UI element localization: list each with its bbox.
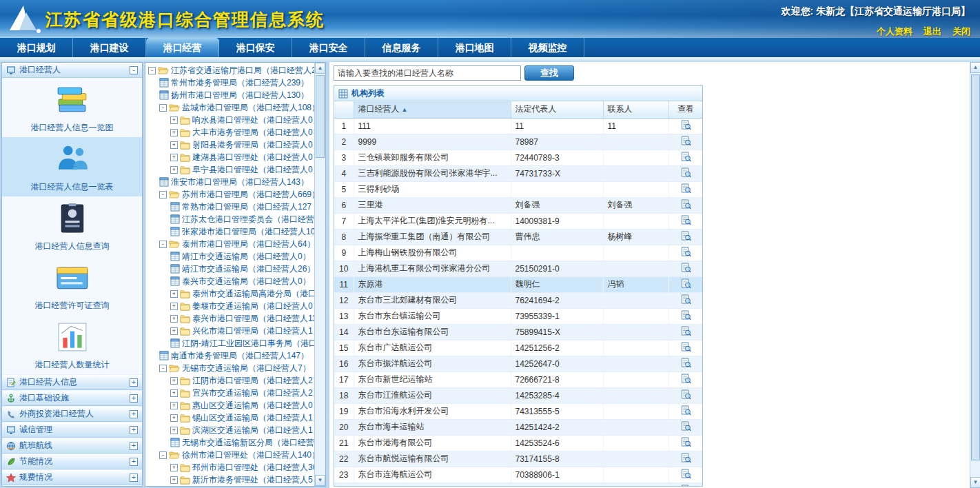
tree-item[interactable]: +惠山区交通运输局（港口经营人0） bbox=[147, 399, 314, 411]
table-row[interactable]: 19东台市沿海水利开发公司74313555-5 bbox=[334, 403, 703, 419]
nav-tab[interactable]: 港口建设 bbox=[73, 38, 146, 57]
view-icon[interactable] bbox=[681, 231, 691, 241]
tree-expand-expander[interactable]: + bbox=[170, 427, 178, 434]
tree-expand-expander[interactable]: + bbox=[170, 290, 178, 298]
view-icon[interactable] bbox=[681, 278, 691, 289]
tree-item[interactable]: -江苏省交通运输厅港口局（港口经营人200 bbox=[147, 64, 314, 77]
nav-tab[interactable]: 信息服务 bbox=[365, 38, 438, 57]
tree-expand-expander[interactable]: + bbox=[170, 141, 178, 149]
tree-expand-expander[interactable]: + bbox=[170, 129, 178, 136]
tree-item[interactable]: +射阳县港务管理局（港口经营人0） bbox=[147, 139, 314, 151]
scroll-down-button[interactable]: ▼ bbox=[970, 477, 980, 488]
sidebar-accordion-header[interactable]: 节能情况+ bbox=[2, 454, 142, 469]
table-row[interactable]: 17东台市新世纪运输站72666721-8 bbox=[334, 372, 703, 387]
table-row[interactable]: 20东台市海丰运输站14251424-2 bbox=[334, 419, 703, 435]
tree-expand-expander[interactable]: + bbox=[170, 476, 178, 484]
sidebar-item[interactable]: 港口经营人信息一览图 bbox=[2, 78, 142, 137]
tree-item[interactable]: +宜兴市交通运输局（港口经营人2） bbox=[147, 387, 314, 399]
sidebar-item[interactable]: 港口经营许可证查询 bbox=[2, 256, 142, 315]
tree-expand-expander[interactable]: + bbox=[170, 327, 178, 335]
scroll-up-button[interactable]: ▲ bbox=[315, 63, 325, 74]
tree-item[interactable]: -泰州市港口管理局（港口经营人64） bbox=[147, 238, 314, 250]
search-button[interactable]: 查找 bbox=[524, 65, 574, 81]
expand-button[interactable]: + bbox=[130, 426, 138, 434]
tree-expand-expander[interactable]: + bbox=[170, 116, 178, 124]
view-icon[interactable] bbox=[681, 183, 691, 194]
tree-expand-expander[interactable]: + bbox=[170, 154, 178, 161]
view-icon[interactable] bbox=[681, 310, 691, 321]
sidebar-accordion-header[interactable]: 港口经营人信息+ bbox=[2, 374, 142, 390]
table-row[interactable]: 15东台市广达航运公司14251256-2 bbox=[334, 340, 703, 356]
tree-item[interactable]: 靖江市交通运输局（港口经营人26） bbox=[147, 263, 314, 275]
view-icon[interactable] bbox=[681, 485, 691, 487]
tree-item[interactable]: 张家港市港口管理局（港口经营人10 bbox=[147, 225, 314, 238]
tree-item[interactable]: 无锡市交通运输新区分局（港口经营 bbox=[147, 436, 314, 449]
expand-button[interactable]: + bbox=[130, 378, 138, 387]
expand-button[interactable]: + bbox=[130, 474, 138, 482]
tree-item[interactable]: +锡山区交通运输局（港口经营人1） bbox=[147, 411, 314, 424]
view-icon[interactable] bbox=[681, 374, 691, 384]
view-icon[interactable] bbox=[681, 294, 691, 305]
table-row[interactable]: 13东台市东台镇运输公司73955339-1 bbox=[334, 308, 703, 324]
sidebar-panel-header[interactable]: 港口经营人 - bbox=[2, 63, 142, 78]
sidebar-accordion-header[interactable]: 外商投资港口经营人+ bbox=[2, 406, 142, 422]
tree-item[interactable]: +阜宁县港口管理处（港口经营人0） bbox=[147, 163, 314, 176]
view-icon[interactable] bbox=[681, 199, 691, 210]
table-row[interactable]: 6三里港刘备强刘备强 bbox=[334, 197, 703, 213]
table-row[interactable]: 10上海港机重工有限公司张家港分公司25150291-0 bbox=[334, 261, 703, 276]
table-row[interactable]: 12东台市三北郊建材有限公司76241694-2 bbox=[334, 292, 703, 308]
tree-collapse-expander[interactable]: - bbox=[159, 241, 167, 248]
sidebar-item[interactable]: 港口经营人数量统计 bbox=[2, 315, 142, 374]
sidebar-accordion-header[interactable]: 港口基础设施+ bbox=[2, 390, 142, 406]
table-row[interactable]: 11111111 bbox=[334, 118, 703, 134]
tree-item[interactable]: -无锡市交通运输局（港口经营人7） bbox=[147, 362, 314, 374]
tree-collapse-expander[interactable]: - bbox=[148, 67, 156, 74]
top-link[interactable]: 关闭 bbox=[952, 26, 970, 37]
view-icon[interactable] bbox=[681, 263, 691, 273]
tree-item[interactable]: +邳州市港口管理处（港口经营人36） bbox=[147, 461, 314, 474]
tree-item[interactable]: +滨湖区交通运输局（港口经营人1） bbox=[147, 424, 314, 436]
view-icon[interactable] bbox=[681, 152, 691, 162]
tree-collapse-expander[interactable]: - bbox=[159, 104, 167, 112]
tree-expand-expander[interactable]: + bbox=[170, 389, 178, 397]
tree-item[interactable]: +大丰市港务管理局（港口经营人0） bbox=[147, 126, 314, 139]
search-input[interactable] bbox=[334, 65, 521, 81]
view-icon[interactable] bbox=[681, 120, 691, 130]
view-icon[interactable] bbox=[681, 358, 691, 368]
top-link[interactable]: 退出 bbox=[923, 26, 941, 37]
view-icon[interactable] bbox=[681, 453, 691, 463]
table-row[interactable]: 5三得利砂场 bbox=[334, 181, 703, 197]
nav-tab[interactable]: 港口经营 bbox=[146, 38, 219, 57]
tree-expand-expander[interactable]: + bbox=[170, 414, 178, 422]
tree-expand-expander[interactable]: + bbox=[170, 315, 178, 323]
column-header[interactable]: 港口经营人▲ bbox=[354, 101, 511, 118]
tree-collapse-expander[interactable]: - bbox=[159, 451, 167, 459]
tree-item[interactable]: 南通市港务管理局（港口经营人147） bbox=[147, 349, 314, 362]
sidebar-accordion-header[interactable]: 航班航线+ bbox=[2, 438, 142, 454]
tree-item[interactable]: +响水县港口管理处（港口经营人0） bbox=[147, 114, 314, 126]
tree-item[interactable]: 扬州市港口管理局（港口经营人130） bbox=[147, 89, 314, 101]
sidebar-accordion-header[interactable]: 规费情况+ bbox=[2, 469, 142, 485]
tree-item[interactable]: +兴化市港口管理局（港口经营人1） bbox=[147, 325, 314, 337]
column-header[interactable]: 联系人 bbox=[603, 101, 668, 118]
table-row[interactable]: 3三仓镇装卸服务有限公司72440789-3 bbox=[334, 150, 703, 165]
nav-tab[interactable]: 港口保安 bbox=[219, 38, 292, 57]
expand-button[interactable]: + bbox=[130, 410, 138, 418]
view-icon[interactable] bbox=[681, 136, 691, 146]
tree-item[interactable]: 靖江市交通运输局（港口经营人0） bbox=[147, 250, 314, 263]
tree-item[interactable]: +姜堰市交通运输局（港口经营人0） bbox=[147, 300, 314, 312]
scroll-up-button[interactable]: ▲ bbox=[970, 62, 980, 73]
table-row[interactable]: 18东台市江淮航运公司14253285-4 bbox=[334, 387, 703, 403]
table-row[interactable]: 11东原港魏明仁冯韬 bbox=[334, 276, 703, 292]
view-icon[interactable] bbox=[681, 247, 691, 257]
table-row[interactable]: 24东台市运输公司74148575-1 bbox=[334, 482, 703, 487]
tree-expand-expander[interactable]: + bbox=[170, 464, 178, 471]
tree-item[interactable]: 常州市港务管理局（港口经营人239） bbox=[147, 77, 314, 89]
tree-expand-expander[interactable]: + bbox=[170, 166, 178, 174]
table-row[interactable]: 21东台市港海有限公司14253524-6 bbox=[334, 435, 703, 451]
scrollbar-thumb[interactable] bbox=[971, 74, 980, 460]
nav-tab[interactable]: 港口规划 bbox=[0, 38, 73, 57]
tree-expand-expander[interactable]: + bbox=[170, 377, 178, 385]
view-icon[interactable] bbox=[681, 167, 691, 178]
tree-item[interactable]: +泰兴市港口管理局（港口经营人11） bbox=[147, 312, 314, 325]
